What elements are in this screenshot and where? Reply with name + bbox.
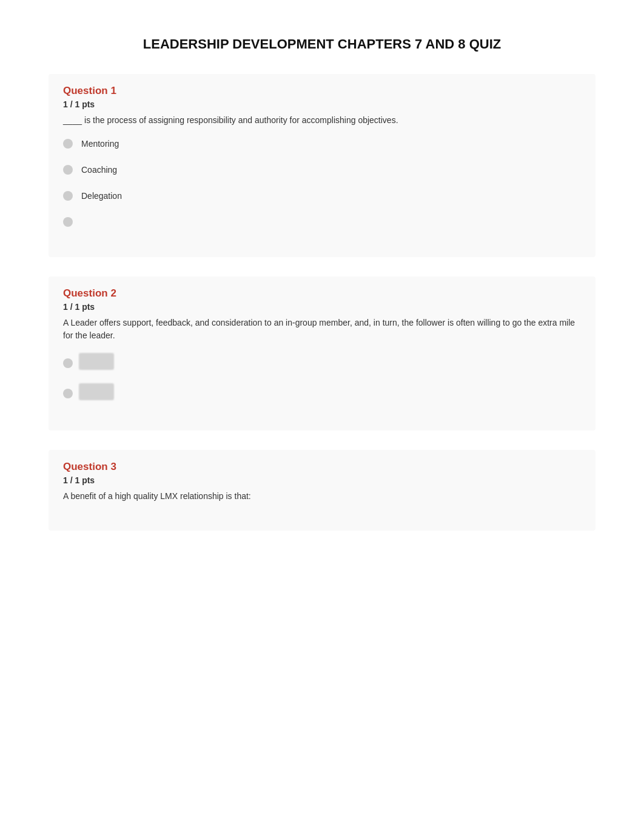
answer-option-4[interactable] [63, 216, 581, 227]
answer-label-coaching: Coaching [81, 164, 117, 176]
question-3-block: Question 3 1 / 1 pts A benefit of a high… [49, 450, 595, 531]
question-1-block: Question 1 1 / 1 pts ____ is the process… [49, 74, 595, 257]
answer-option-image1[interactable] [63, 353, 581, 370]
radio-coaching[interactable] [63, 165, 73, 175]
question-3-pts: 1 / 1 pts [63, 475, 581, 485]
radio-image2[interactable] [63, 389, 73, 398]
question-1-label: Question 1 [63, 85, 581, 97]
answer-option-coaching[interactable]: Coaching [63, 164, 581, 176]
question-1-text: ____ is the process of assigning respons… [63, 114, 581, 127]
page-title: LEADERSHIP DEVELOPMENT CHAPTERS 7 AND 8 … [49, 36, 595, 52]
answer-label-delegation: Delegation [81, 190, 122, 203]
question-2-block: Question 2 1 / 1 pts A Leader offers sup… [49, 277, 595, 431]
question-2-text: A Leader offers support, feedback, and c… [63, 317, 581, 342]
answer-option-mentoring[interactable]: Mentoring [63, 138, 581, 150]
answer-label-mentoring: Mentoring [81, 138, 119, 150]
question-2-pts: 1 / 1 pts [63, 302, 581, 312]
answer-option-delegation[interactable]: Delegation [63, 190, 581, 203]
radio-mentoring[interactable] [63, 139, 73, 149]
answer-image-1 [79, 353, 114, 370]
answer-image-2 [79, 383, 114, 400]
radio-image1[interactable] [63, 358, 73, 368]
answer-option-image2[interactable] [63, 383, 581, 400]
question-3-label: Question 3 [63, 461, 581, 473]
radio-option4[interactable] [63, 217, 73, 227]
question-1-pts: 1 / 1 pts [63, 99, 581, 109]
question-2-label: Question 2 [63, 287, 581, 300]
question-3-text: A benefit of a high quality LMX relation… [63, 490, 581, 503]
radio-delegation[interactable] [63, 191, 73, 201]
